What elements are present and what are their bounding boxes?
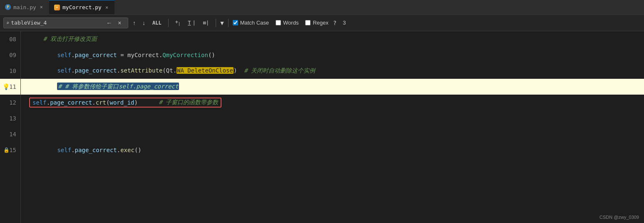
csdn-watermark: CSDN @zwy_0309 (599, 215, 639, 220)
line-num-13: 13 (0, 110, 20, 126)
method-setattr: setAttribute (120, 67, 162, 74)
red-border-line-12: self.page_correct.crt(word_id) # 子窗口的函数带… (29, 98, 221, 108)
toggle-label-2: | (193, 20, 196, 26)
add-cursor-btn[interactable]: +| (173, 18, 183, 27)
search-bar: ⌕ ← × ↑ ↓ ALL +| T| ⊠| ▼ Match Case Word… (0, 15, 644, 31)
self-keyword-15: self (57, 147, 71, 153)
clear-label: ⊠| (203, 20, 209, 26)
mycorrect-icon: ✦ (54, 5, 60, 10)
code-line-13 (21, 110, 644, 126)
regex-option[interactable]: Regex (305, 20, 328, 26)
tab-mycorrect-py[interactable]: ✦ myCorrect.py × (49, 0, 114, 14)
tab-main-py-label: main.py (13, 4, 36, 10)
words-checkbox[interactable] (276, 20, 281, 25)
line-08-content: # 双击打开修改页面 (29, 35, 97, 43)
line-num-10: 10 (0, 63, 20, 79)
search-up-btn[interactable]: ↑ (131, 19, 138, 27)
clear-btn[interactable]: ⊠| (201, 19, 211, 27)
words-option[interactable]: Words (276, 20, 298, 26)
param-word-id: word_id (109, 99, 134, 106)
match-case-label: Match Case (240, 20, 269, 26)
method-exec: exec (120, 147, 134, 153)
filter-icon[interactable]: ▼ (220, 20, 224, 26)
tab-bar: P main.py × ✦ myCorrect.py × (0, 0, 644, 15)
search-divider-1 (168, 19, 169, 27)
search-input[interactable] (11, 20, 102, 26)
classname-09: QmyCorrection (162, 52, 208, 58)
search-down-btn[interactable]: ↓ (140, 19, 147, 27)
match-case-checkbox[interactable] (233, 20, 238, 25)
search-prev-btn[interactable]: ← (104, 19, 114, 27)
line-num-08: 08 (0, 31, 20, 47)
line-num-09: 09 (0, 47, 20, 63)
words-label: Words (283, 20, 298, 26)
search-divider-2 (216, 19, 216, 27)
self-keyword-09: self (57, 52, 71, 58)
tab-mycorrect-py-close[interactable]: × (104, 4, 109, 11)
comment-12: # 子窗口的函数带参数 (159, 99, 219, 106)
tab-main-py-close[interactable]: × (39, 4, 44, 10)
highlighted-word-10: WA_DeleteOnClose (177, 67, 234, 74)
add-cursor-label: +| (175, 19, 181, 26)
line-numbers: 08 09 10 💡 11 12 13 14 🔒 15 (0, 31, 21, 223)
search-input-wrapper: ⌕ ← × (3, 18, 128, 28)
line-num-14: 14 (0, 126, 20, 142)
comment-10: # 关闭时自动删除这个实例 (244, 67, 315, 74)
code-line-12: self.page_correct.crt(word_id) # 子窗口的函数带… (21, 95, 644, 110)
attr-page-correct-09: page_correct (75, 52, 117, 58)
tab-mycorrect-py-label: myCorrect.py (62, 4, 102, 10)
lock-icon: 🔒 (3, 147, 10, 153)
attr-page-correct-15: page_correct (75, 147, 117, 153)
search-all-btn[interactable]: ALL (150, 19, 164, 27)
attr-page-correct-10: page_correct (75, 67, 117, 74)
toggle-btn[interactable]: T| (185, 19, 198, 27)
line-num-15: 🔒 15 (0, 142, 20, 158)
selection-11: # # 将参数传给子窗口self.page_correct (57, 83, 179, 90)
python-icon: P (5, 4, 11, 10)
bulb-icon: 💡 (2, 83, 10, 90)
result-count: 3 (343, 20, 346, 26)
search-close-btn[interactable]: × (116, 19, 123, 27)
regex-checkbox[interactable] (305, 20, 311, 25)
code-area[interactable]: # 双击打开修改页面 self.page_correct = myCorrect… (21, 31, 644, 223)
regex-label: Regex (313, 20, 328, 26)
code-line-11: # # 将参数传给子窗口self.page_correct (21, 79, 644, 95)
line-num-11: 💡 11 (0, 79, 20, 95)
help-button[interactable]: ? (331, 19, 338, 27)
attr-page-correct-12: page_correct (50, 99, 92, 106)
toggle-label: T (188, 20, 191, 26)
search-icon: ⌕ (6, 20, 9, 26)
match-case-option[interactable]: Match Case (233, 20, 269, 26)
editor: 08 09 10 💡 11 12 13 14 🔒 15 # 双击打开修改页面 s… (0, 31, 644, 223)
method-crt: crt (96, 99, 106, 106)
search-divider-3 (228, 19, 229, 27)
self-keyword-10: self (57, 67, 71, 74)
line-num-12: 12 (0, 95, 20, 110)
tab-main-py[interactable]: P main.py × (0, 0, 49, 14)
self-keyword-12: self (32, 99, 47, 106)
search-all-label: ALL (152, 20, 162, 26)
code-line-15: self.page_correct.exec() (21, 142, 644, 158)
